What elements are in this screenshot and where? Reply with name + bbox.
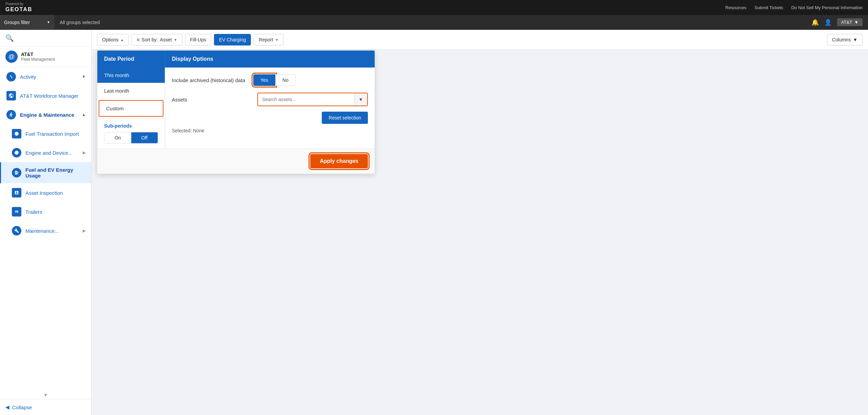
engine-icon	[6, 110, 16, 119]
apply-changes-button[interactable]: Apply changes	[310, 154, 368, 168]
sidebar-item-trailers[interactable]: Trailers	[0, 202, 91, 221]
notification-bell-icon[interactable]: 🔔	[811, 19, 819, 26]
options-dropdown-panel: Date Period Display Options This month L…	[97, 50, 375, 174]
columns-chevron-icon: ▼	[853, 37, 857, 42]
on-label: On	[115, 135, 121, 140]
columns-button[interactable]: Columns ▼	[827, 34, 863, 45]
sidebar-item-asset-inspection[interactable]: Asset Inspection	[0, 183, 91, 202]
sub-periods-toggle: On Off	[104, 132, 158, 144]
activity-chevron-icon: ▼	[82, 74, 86, 79]
sidebar-item-activity[interactable]: Activity ▼	[0, 67, 91, 86]
user-badge-label: AT&T	[841, 20, 852, 25]
search-assets-chevron-icon[interactable]: ▼	[354, 93, 367, 106]
yes-label: Yes	[260, 77, 268, 83]
sidebar-item-workforce[interactable]: AT&T Workforce Manager	[0, 86, 91, 105]
reset-selection-button[interactable]: Reset selection	[322, 112, 368, 124]
custom-option[interactable]: Custom	[99, 100, 163, 117]
user-icon[interactable]: 👤	[824, 19, 832, 26]
options-chevron-icon: ▲	[120, 38, 124, 42]
sidebar-item-maintenance[interactable]: Maintenance... ▶	[0, 221, 91, 240]
include-archived-label: Include archived (historical) data	[172, 77, 253, 83]
sidebar-item-engine-device[interactable]: Engine and Device... ▶	[0, 143, 91, 162]
reset-label: Reset selection	[329, 115, 361, 120]
sidebar-item-engine-maintenance[interactable]: Engine & Maintenance ▲	[0, 105, 91, 124]
panel-header: Date Period Display Options	[97, 51, 375, 68]
user-badge[interactable]: AT&T ▼	[837, 18, 863, 26]
report-button[interactable]: Report ▼	[254, 34, 283, 45]
company-name: AT&T	[21, 52, 55, 57]
display-options-column: Include archived (historical) data Yes N…	[165, 68, 375, 148]
fuel-ev-icon	[12, 168, 21, 177]
collapse-chevron-icon: ◀	[5, 404, 9, 410]
sidebar: 🔍 @ AT&T Fleet Management Activity ▼	[0, 30, 92, 415]
apply-label: Apply changes	[320, 158, 358, 164]
fill-ups-button[interactable]: Fill-Ups	[185, 34, 211, 45]
date-period-column: This month Last month Custom Sub-periods…	[97, 68, 165, 148]
sub-periods-label: Sub-periods	[104, 123, 158, 129]
trailers-label: Trailers	[25, 209, 42, 215]
sort-icon: ≡	[137, 37, 139, 42]
report-label: Report	[259, 37, 273, 42]
report-chevron-icon: ▼	[275, 38, 278, 42]
yes-button[interactable]: Yes	[253, 74, 275, 86]
fuel-ev-label: Fuel and EV Energy Usage	[25, 167, 86, 178]
this-month-option[interactable]: This month	[97, 68, 165, 83]
sub-periods-off-button[interactable]: Off	[131, 132, 158, 143]
engine-device-icon	[12, 148, 21, 157]
last-month-option[interactable]: Last month	[97, 83, 165, 99]
workforce-icon	[6, 91, 16, 100]
do-not-sell-link[interactable]: Do Not Sell My Personal Information	[791, 5, 863, 10]
groups-bar-right: 🔔 👤 AT&T ▼	[811, 18, 868, 26]
no-button[interactable]: No	[275, 74, 296, 86]
sort-by-value: Asset	[160, 37, 172, 42]
submit-tickets-link[interactable]: Submit Tickets	[754, 5, 783, 10]
groups-filter-label: Groups filter	[4, 20, 30, 25]
yes-no-toggle: Yes No	[253, 74, 296, 86]
display-options-header: Display Options	[165, 51, 375, 68]
trailers-icon	[12, 207, 21, 216]
collapse-button[interactable]: ◀ Collapse	[0, 399, 91, 415]
fill-ups-label: Fill-Ups	[190, 37, 206, 42]
sidebar-nav: Activity ▼ AT&T Workforce Manager Engine…	[0, 67, 91, 391]
last-month-label: Last month	[104, 88, 129, 94]
fuel-transaction-icon	[12, 129, 21, 138]
sort-by-label: Sort by:	[141, 37, 158, 42]
fuel-transaction-label: Fuel Transaction Import	[25, 131, 79, 137]
include-archived-row: Include archived (historical) data Yes N…	[172, 74, 368, 86]
topbar-left: Powered by GEOTAB	[5, 2, 32, 13]
svg-point-0	[15, 132, 19, 136]
search-assets-container: ▼	[257, 93, 368, 106]
sort-by-button[interactable]: ≡ Sort by: Asset ▼	[132, 34, 182, 45]
sidebar-item-fuel-ev[interactable]: Fuel and EV Energy Usage	[0, 162, 91, 183]
sub-periods-on-button[interactable]: On	[104, 132, 131, 143]
workforce-label: AT&T Workforce Manager	[20, 93, 79, 99]
sidebar-search-icon[interactable]: 🔍	[5, 34, 14, 42]
sort-chevron-icon: ▼	[174, 38, 177, 42]
no-label: No	[282, 77, 289, 83]
company-info: AT&T Fleet Management	[21, 52, 55, 62]
scroll-down-indicator: ▼	[0, 391, 91, 399]
topbar-logo: Powered by GEOTAB	[5, 2, 32, 13]
ev-charging-button[interactable]: EV Charging	[214, 34, 251, 45]
selected-text: Selected: None	[172, 128, 204, 133]
resources-link[interactable]: Resources	[725, 5, 746, 10]
options-button[interactable]: Options ▲	[97, 34, 129, 45]
sidebar-item-fuel-transaction[interactable]: Fuel Transaction Import	[0, 124, 91, 143]
engine-maintenance-label: Engine & Maintenance	[20, 112, 74, 118]
date-period-header: Date Period	[97, 51, 165, 68]
groups-filter-chevron-icon: ▼	[47, 20, 50, 24]
search-assets-input[interactable]	[258, 93, 354, 106]
main-layout: 🔍 @ AT&T Fleet Management Activity ▼	[0, 30, 868, 415]
asset-inspection-label: Asset Inspection	[25, 190, 63, 196]
content-area: Options ▲ ≡ Sort by: Asset ▼ Fill-Ups EV…	[92, 30, 868, 415]
groups-bar: Groups filter ▼ All groups selected 🔔 👤 …	[0, 15, 868, 30]
off-label: Off	[141, 135, 147, 140]
groups-filter-button[interactable]: Groups filter ▼	[0, 15, 54, 30]
company-logo-icon: @	[5, 51, 18, 63]
panel-body: This month Last month Custom Sub-periods…	[97, 68, 375, 148]
columns-label: Columns	[832, 37, 851, 42]
user-badge-chevron-icon: ▼	[854, 20, 859, 25]
maintenance-icon	[12, 226, 21, 235]
activity-label: Activity	[20, 74, 36, 80]
company-subtitle: Fleet Management	[21, 57, 55, 62]
